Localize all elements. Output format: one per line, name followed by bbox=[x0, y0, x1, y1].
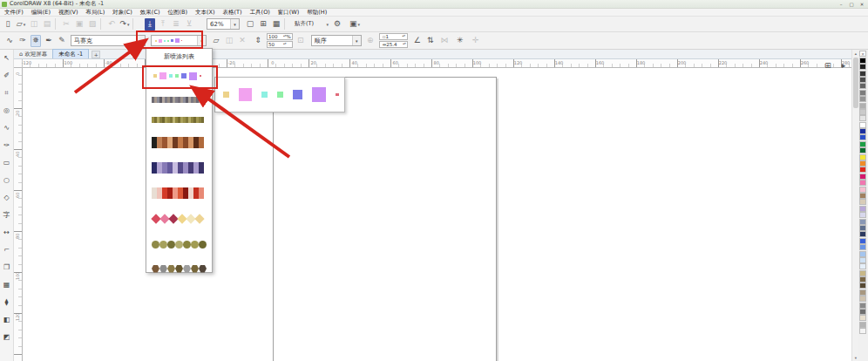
minimize-button[interactable]: – bbox=[837, 2, 845, 7]
menu-item-3[interactable]: 视图(V) bbox=[58, 9, 78, 17]
close-button[interactable]: ✕ bbox=[858, 2, 866, 7]
maximize-button[interactable]: ▢ bbox=[847, 2, 856, 7]
color-swatch-30[interactable] bbox=[859, 238, 866, 244]
color-swatch-31[interactable] bbox=[859, 244, 866, 250]
spraylist-pattern-diamonds[interactable] bbox=[152, 213, 207, 225]
spacing-field[interactable]: ⇹ 25.4 ▴▾ bbox=[379, 41, 408, 48]
zoom-tool[interactable]: ◎ bbox=[1, 105, 12, 116]
spray-category-combo[interactable]: 马赛克 ▾ bbox=[71, 35, 146, 46]
color-swatch-28[interactable] bbox=[859, 225, 866, 231]
color-swatch-8[interactable] bbox=[859, 96, 866, 102]
pick-tool[interactable]: ↖ bbox=[1, 52, 12, 64]
open-button[interactable]: ▱▾ bbox=[16, 18, 26, 31]
options-gear-button[interactable]: ⚙ bbox=[332, 18, 342, 31]
spinner-icon[interactable]: ▴▾ bbox=[283, 43, 287, 45]
crop-tool[interactable]: ⌗ bbox=[1, 87, 12, 99]
dimension-tool[interactable]: ↔ bbox=[1, 227, 12, 238]
pressure-pen-button[interactable]: ✎ bbox=[57, 35, 67, 47]
tab-welcome-screen[interactable]: ⌂ 欢迎屏幕 bbox=[14, 50, 52, 58]
color-swatch-13[interactable] bbox=[859, 128, 866, 134]
spray-size2-field[interactable]: 50 ▴▾ bbox=[267, 41, 293, 48]
spray-size-field[interactable]: 100 ▴▾ % bbox=[267, 33, 293, 40]
menu-item-7[interactable]: 位图(B) bbox=[167, 9, 187, 17]
sprayer-button[interactable]: ✵ bbox=[31, 35, 41, 47]
polygon-tool[interactable]: ◇ bbox=[1, 192, 12, 203]
color-swatch-38[interactable] bbox=[859, 289, 866, 296]
preset-stroke-button[interactable]: ∿ bbox=[4, 35, 15, 47]
color-swatch-9[interactable] bbox=[859, 103, 866, 109]
chevron-down-icon[interactable]: ▾ bbox=[230, 19, 239, 29]
color-swatch-29[interactable] bbox=[859, 231, 866, 237]
color-swatch-19[interactable] bbox=[859, 167, 866, 173]
color-swatch-43[interactable] bbox=[859, 322, 866, 328]
shadow-tool[interactable]: ❐ bbox=[1, 262, 12, 273]
smart-fill-tool[interactable]: ◩ bbox=[1, 331, 12, 343]
menu-item-5[interactable]: 对象(C) bbox=[112, 9, 132, 17]
color-swatch-34[interactable] bbox=[859, 263, 866, 269]
color-swatch-23[interactable] bbox=[859, 193, 866, 199]
color-swatch-32[interactable] bbox=[859, 251, 866, 257]
menu-item-2[interactable]: 编辑(E) bbox=[31, 9, 51, 17]
color-swatch-42[interactable] bbox=[859, 315, 866, 321]
show-grid-button[interactable]: ▦ bbox=[271, 18, 281, 31]
spraylist-pattern-olive-circles[interactable] bbox=[152, 239, 207, 249]
freehand-tool[interactable]: ∿ bbox=[1, 122, 12, 133]
color-swatch-41[interactable] bbox=[859, 309, 866, 315]
text-tool[interactable]: 字 bbox=[1, 209, 12, 221]
menu-item-1[interactable]: 文件(F) bbox=[4, 9, 24, 17]
color-swatch-36[interactable] bbox=[859, 276, 866, 283]
artistic-media-tool[interactable]: ✑ bbox=[1, 140, 12, 151]
color-swatch-12[interactable] bbox=[859, 122, 866, 128]
menu-item-11[interactable]: 窗口(W) bbox=[278, 9, 300, 17]
color-swatch-11[interactable] bbox=[859, 115, 866, 121]
spraylist-pattern-brown-squares[interactable] bbox=[152, 137, 207, 148]
color-swatch-37[interactable] bbox=[859, 283, 866, 289]
new-document-tab-button[interactable]: + bbox=[92, 51, 100, 58]
color-swatch-35[interactable] bbox=[859, 270, 866, 276]
chevron-down-icon[interactable]: ▾ bbox=[352, 36, 361, 45]
fullscreen-preview-button[interactable]: ▢ bbox=[245, 18, 255, 31]
brush-button[interactable]: ✑ bbox=[17, 35, 28, 47]
spray-order-combo[interactable]: 顺序 ▾ bbox=[311, 35, 362, 46]
color-swatch-4[interactable] bbox=[859, 71, 866, 77]
calligraphy-button[interactable]: ✒ bbox=[44, 35, 54, 47]
spray-size-button[interactable]: ⇕ bbox=[253, 35, 263, 47]
spraylist-pattern-olive-tiles[interactable] bbox=[152, 117, 207, 123]
menu-item-4[interactable]: 布局(L) bbox=[86, 9, 105, 17]
import-button[interactable]: ⤓ bbox=[145, 18, 155, 31]
new-spraylist-item[interactable]: 新喷涂列表 bbox=[146, 49, 212, 65]
color-swatch-15[interactable] bbox=[859, 141, 866, 147]
eyedropper-tool[interactable]: ⧫ bbox=[1, 296, 12, 308]
color-swatch-17[interactable] bbox=[859, 154, 866, 160]
interactive-fill-tool[interactable]: ◧ bbox=[1, 314, 12, 325]
color-swatch-20[interactable] bbox=[859, 174, 866, 180]
redo-button[interactable]: ↷▾ bbox=[119, 18, 130, 31]
connector-tool[interactable]: ⌐ bbox=[1, 244, 12, 255]
color-swatch-25[interactable] bbox=[859, 206, 866, 212]
spinner-icon[interactable]: ▴▾ bbox=[402, 35, 405, 37]
menu-item-9[interactable]: 表格(T) bbox=[223, 9, 242, 17]
menu-item-10[interactable]: 工具(O) bbox=[250, 9, 270, 17]
browse-folder-button[interactable]: ▱ bbox=[211, 35, 221, 47]
snap-to-combo[interactable]: 贴齐(T) ▾ bbox=[292, 18, 329, 30]
color-swatch-22[interactable] bbox=[859, 187, 866, 193]
spinner-icon[interactable]: ▴▾ bbox=[403, 43, 406, 45]
transparency-tool[interactable]: ▦ bbox=[1, 279, 12, 290]
color-swatch-33[interactable] bbox=[859, 257, 866, 263]
color-swatch-24[interactable] bbox=[859, 199, 866, 205]
spraylist-pattern-gray-mosaic[interactable] bbox=[152, 97, 207, 103]
color-swatch-39[interactable] bbox=[859, 296, 866, 302]
color-swatch-26[interactable] bbox=[859, 212, 866, 218]
tab-document[interactable]: 未命名 -1 bbox=[52, 49, 89, 58]
color-swatch-10[interactable] bbox=[859, 109, 866, 115]
color-swatch-40[interactable] bbox=[859, 303, 866, 309]
color-swatch-2[interactable] bbox=[859, 58, 866, 64]
spraylist-pattern-purple-squares[interactable] bbox=[152, 162, 207, 174]
menu-item-6[interactable]: 效果(C) bbox=[140, 9, 160, 17]
reset-values-button[interactable]: ✳ bbox=[455, 35, 465, 47]
menu-item-12[interactable]: 帮助(H) bbox=[307, 9, 327, 17]
app-launcher-button[interactable]: ▣▾ bbox=[349, 18, 360, 31]
color-swatch-16[interactable] bbox=[859, 147, 866, 153]
offset-button[interactable]: ⇅ bbox=[425, 35, 436, 47]
color-swatch-18[interactable] bbox=[859, 160, 866, 167]
